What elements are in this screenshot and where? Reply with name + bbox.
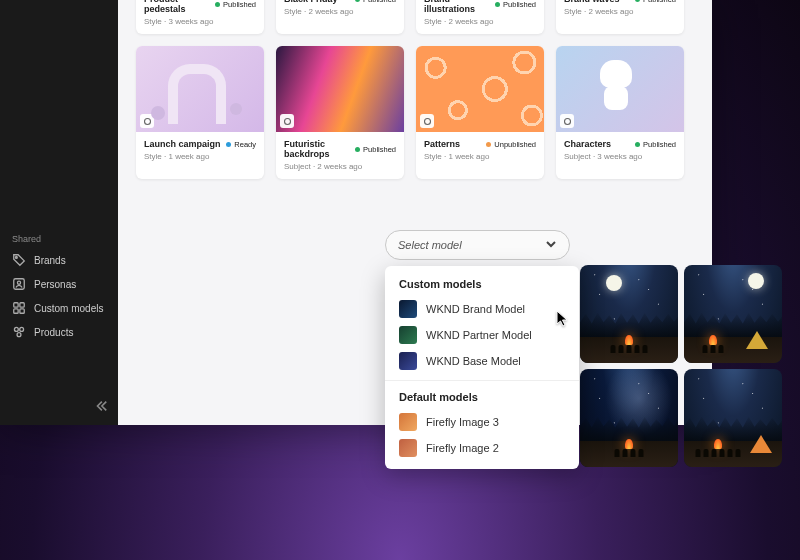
card-meta: Subject · 3 weeks ago [564, 152, 676, 161]
sidebar-item-label: Custom models [34, 303, 103, 314]
card-row-top: Product pedestals Published Style · 3 we… [118, 0, 712, 34]
dropdown-item-label: Firefly Image 3 [426, 416, 499, 428]
svg-point-10 [144, 118, 150, 124]
thumb-type-icon [280, 114, 294, 128]
sidebar-item-personas[interactable]: Personas [0, 272, 118, 296]
thumb-type-icon [140, 114, 154, 128]
model-card[interactable]: Black Friday Published Style · 2 weeks a… [276, 0, 404, 34]
svg-rect-5 [14, 309, 18, 313]
card-title: Characters [564, 139, 611, 149]
sidebar-section-heading: Shared [0, 228, 118, 248]
status-badge: Published [355, 0, 396, 4]
persona-icon [12, 277, 26, 291]
dropdown-item-firefly-3[interactable]: Firefly Image 3 [385, 409, 579, 435]
cursor-icon [556, 310, 570, 328]
dropdown-item-label: WKND Partner Model [426, 329, 532, 341]
card-title: Black Friday [284, 0, 338, 4]
status-badge: Published [635, 0, 676, 4]
model-select-trigger[interactable]: Select model [385, 230, 570, 260]
chevron-down-icon [545, 238, 557, 252]
model-card-patterns[interactable]: Patterns Unpublished Style · 1 week ago [416, 46, 544, 179]
svg-point-13 [564, 118, 570, 124]
status-badge: Unpublished [486, 140, 536, 149]
card-title: Brand waves [564, 0, 620, 4]
svg-rect-6 [20, 309, 24, 313]
thumb-type-icon [560, 114, 574, 128]
card-title: Patterns [424, 139, 460, 149]
sidebar-item-brands[interactable]: Brands [0, 248, 118, 272]
svg-point-11 [284, 118, 290, 124]
dropdown-item-label: WKND Brand Model [426, 303, 525, 315]
card-meta: Style · 2 weeks ago [424, 17, 536, 26]
generated-image[interactable] [684, 265, 782, 363]
svg-rect-3 [14, 303, 18, 307]
svg-point-12 [424, 118, 430, 124]
sidebar-item-custom-models[interactable]: Custom models [0, 296, 118, 320]
card-title: Launch campaign [144, 139, 221, 149]
model-swatch-icon [399, 439, 417, 457]
model-swatch-icon [399, 413, 417, 431]
status-badge: Published [495, 0, 536, 9]
dropdown-group-heading: Custom models [385, 274, 579, 296]
card-row: Launch campaign Ready Style · 1 week ago… [118, 46, 712, 179]
model-select-dropdown: Select model Custom models WKND Brand Mo… [385, 230, 570, 469]
dropdown-item-wknd-partner[interactable]: WKND Partner Model [385, 322, 579, 348]
model-card-launch-campaign[interactable]: Launch campaign Ready Style · 1 week ago [136, 46, 264, 179]
sidebar-item-label: Personas [34, 279, 76, 290]
model-swatch-icon [399, 352, 417, 370]
card-meta: Style · 2 weeks ago [564, 7, 676, 16]
status-badge: Published [635, 140, 676, 149]
model-swatch-icon [399, 326, 417, 344]
model-card[interactable]: Brand waves Published Style · 2 weeks ag… [556, 0, 684, 34]
model-card-futuristic-backdrops[interactable]: Futuristic backdrops Published Subject ·… [276, 46, 404, 179]
model-swatch-icon [399, 300, 417, 318]
status-badge: Published [215, 0, 256, 9]
sidebar: Shared Brands Personas Custom models Pro… [0, 0, 118, 425]
generated-image-grid [580, 265, 782, 467]
card-thumbnail [416, 46, 544, 132]
svg-point-7 [14, 327, 18, 331]
card-title: Product pedestals [144, 0, 215, 14]
card-title: Brand illustrations [424, 0, 495, 14]
card-meta: Style · 1 week ago [424, 152, 536, 161]
tag-icon [12, 253, 26, 267]
card-thumbnail [276, 46, 404, 132]
model-card[interactable]: Product pedestals Published Style · 3 we… [136, 0, 264, 34]
status-badge: Published [355, 145, 396, 154]
dropdown-divider [385, 380, 579, 381]
model-card[interactable]: Brand illustrations Published Style · 2 … [416, 0, 544, 34]
dropdown-item-firefly-2[interactable]: Firefly Image 2 [385, 435, 579, 461]
dropdown-item-wknd-brand[interactable]: WKND Brand Model [385, 296, 579, 322]
generated-image[interactable] [580, 369, 678, 467]
svg-point-2 [17, 281, 20, 284]
card-meta: Style · 1 week ago [144, 152, 256, 161]
svg-point-0 [16, 257, 18, 259]
generated-image[interactable] [580, 265, 678, 363]
status-badge: Ready [226, 140, 256, 149]
svg-point-9 [17, 333, 21, 337]
products-icon [12, 325, 26, 339]
dropdown-item-label: Firefly Image 2 [426, 442, 499, 454]
sidebar-collapse-button[interactable] [94, 399, 108, 415]
sidebar-item-label: Products [34, 327, 73, 338]
card-thumbnail [556, 46, 684, 132]
model-select-menu: Custom models WKND Brand Model WKND Part… [385, 266, 579, 469]
dropdown-item-label: WKND Base Model [426, 355, 521, 367]
dropdown-group-heading: Default models [385, 387, 579, 409]
card-meta: Style · 3 weeks ago [144, 17, 256, 26]
svg-rect-4 [20, 303, 24, 307]
card-thumbnail [136, 46, 264, 132]
card-meta: Style · 2 weeks ago [284, 7, 396, 16]
card-title: Futuristic backdrops [284, 139, 355, 159]
sidebar-item-products[interactable]: Products [0, 320, 118, 344]
thumb-type-icon [420, 114, 434, 128]
model-card-characters[interactable]: Characters Published Subject · 3 weeks a… [556, 46, 684, 179]
dropdown-placeholder: Select model [398, 239, 462, 251]
models-icon [12, 301, 26, 315]
dropdown-item-wknd-base[interactable]: WKND Base Model [385, 348, 579, 374]
sidebar-item-label: Brands [34, 255, 66, 266]
card-meta: Subject · 2 weeks ago [284, 162, 396, 171]
svg-point-8 [20, 327, 24, 331]
generated-image[interactable] [684, 369, 782, 467]
